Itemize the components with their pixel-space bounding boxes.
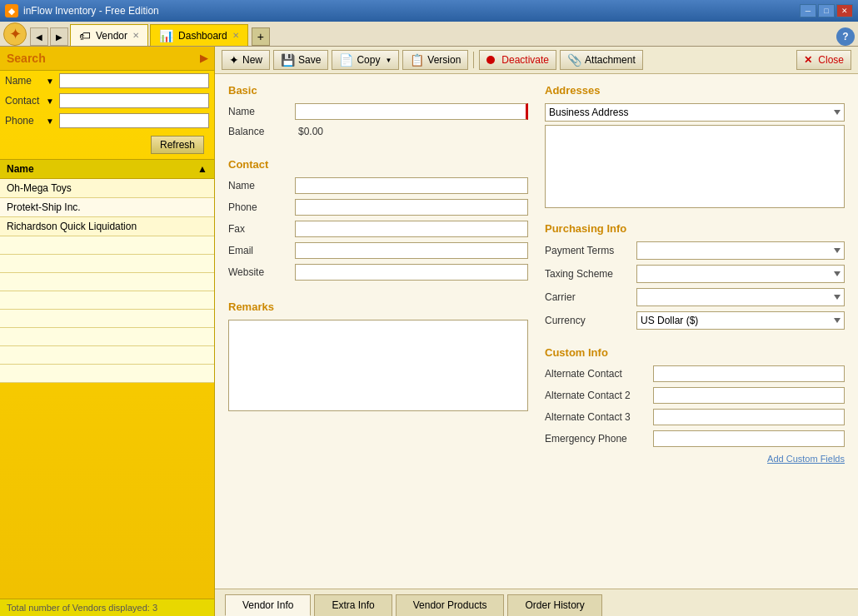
tab-dashboard[interactable]: 📊 Dashboard ✕ [150,24,248,46]
address-textarea[interactable] [545,125,845,208]
nav-back-button[interactable]: ◀ [30,27,48,46]
main-layout: Search ▶ Name ▼ Contact ▼ Phone ▼ Refres… [0,47,858,616]
basic-name-input[interactable] [295,103,528,120]
list-item-empty [0,255,214,273]
list-item[interactable]: Oh-Mega Toys [0,179,214,198]
search-contact-label: Contact [5,95,42,107]
currency-label: Currency [545,315,636,326]
close-window-button[interactable]: ✕ [836,4,853,17]
contact-website-label: Website [228,266,295,278]
tab-order-history[interactable]: Order History [507,594,601,616]
carrier-select[interactable] [636,288,845,306]
version-button[interactable]: 📋 Version [402,50,468,70]
addresses-title: Addresses [545,84,845,97]
search-name-row: Name ▼ [0,71,214,91]
contact-website-row: Website [228,264,528,281]
order-history-tab-label: Order History [525,599,584,611]
save-button[interactable]: 💾 Save [273,50,328,70]
attachment-button[interactable]: 📎 Attachment [560,50,643,70]
sidebar-header: Search ▶ [0,47,214,71]
sidebar-footer: Total number of Vendors displayed: 3 [0,599,214,616]
payment-terms-select[interactable] [636,241,845,260]
window-controls: ─ □ ✕ [800,4,853,17]
alt-contact3-label: Alternate Contact 3 [545,411,653,423]
contact-phone-row: Phone [228,199,528,216]
list-item[interactable]: Protekt-Ship Inc. [0,198,214,217]
list-sort-icon[interactable]: ▲ [197,163,207,175]
basic-balance-row: Balance $0.00 [228,125,528,138]
contact-phone-input[interactable] [295,199,528,216]
list-item-empty [0,365,214,383]
new-button[interactable]: ✦ New [222,50,270,70]
search-name-dropdown-icon[interactable]: ▼ [46,77,54,86]
search-phone-dropdown-icon[interactable]: ▼ [46,117,54,126]
vendor-tab-close[interactable]: ✕ [132,31,139,40]
taxing-scheme-label: Taxing Scheme [545,268,636,280]
vendor-tab-icon: 🏷 [79,29,91,42]
carrier-label: Carrier [545,291,636,303]
list-header: Name ▲ [0,159,214,179]
search-contact-input[interactable] [59,93,209,108]
search-phone-input[interactable] [59,113,209,128]
contact-section: Contact Name Phone Fax [228,158,528,281]
carrier-row: Carrier [545,288,845,306]
maximize-button[interactable]: □ [818,4,835,17]
remarks-title: Remarks [228,301,528,313]
copy-label: Copy [357,54,380,66]
contact-title: Contact [228,158,528,171]
alt-contact3-input[interactable] [653,409,845,425]
refresh-button[interactable]: Refresh [151,136,204,154]
contact-fax-label: Fax [228,223,295,235]
sidebar: Search ▶ Name ▼ Contact ▼ Phone ▼ Refres… [0,47,215,616]
contact-fax-input[interactable] [295,221,528,237]
form-area: Basic Name Balance $0.00 [215,74,858,589]
address-type-dropdown[interactable]: Business Address Shipping Address [545,103,845,122]
list-item[interactable]: Richardson Quick Liquidation [0,217,214,236]
emergency-phone-input[interactable] [653,430,845,447]
custom-section: Custom Info Alternate Contact Alternate … [545,346,845,465]
vendor-tab-label: Vendor [96,30,127,42]
contact-email-row: Email [228,242,528,259]
new-tab-button[interactable]: + [252,27,270,46]
vendor-products-tab-label: Vendor Products [413,599,487,611]
basic-balance-value: $0.00 [295,125,327,138]
tab-vendor-products[interactable]: Vendor Products [396,594,505,616]
app-logo-button[interactable]: ✦ [3,22,27,46]
dashboard-tab-icon: 📊 [159,29,173,42]
contact-name-input[interactable] [295,177,528,194]
search-name-input[interactable] [59,73,209,88]
taxing-scheme-select[interactable] [636,265,845,283]
vendor-name: Richardson Quick Liquidation [7,221,137,232]
contact-email-label: Email [228,245,295,256]
contact-website-input[interactable] [295,264,528,281]
contact-email-input[interactable] [295,242,528,259]
minimize-button[interactable]: ─ [800,4,816,17]
close-button[interactable]: ✕ Close [796,50,851,70]
add-custom-fields-link[interactable]: Add Custom Fields [545,452,845,465]
remarks-input[interactable] [228,320,528,411]
sidebar-expand-icon[interactable]: ▶ [200,52,207,64]
title-bar: ◆ inFlow Inventory - Free Edition ─ □ ✕ [0,0,858,22]
deactivate-button[interactable]: Deactivate [479,50,556,70]
help-button[interactable]: ? [836,27,855,46]
dashboard-tab-close[interactable]: ✕ [232,31,239,40]
addresses-section: Addresses Business Address Shipping Addr… [545,84,845,211]
tab-vendor-info[interactable]: Vendor Info [225,594,311,616]
tab-extra-info[interactable]: Extra Info [314,594,392,616]
vendor-info-tab-label: Vendor Info [242,599,293,611]
form-right-col: Addresses Business Address Shipping Addr… [545,84,845,465]
purchasing-title: Purchasing Info [545,222,845,235]
emergency-phone-label: Emergency Phone [545,433,653,445]
search-contact-dropdown-icon[interactable]: ▼ [46,97,54,106]
copy-dropdown-icon: ▼ [385,57,392,64]
app-icon: ◆ [5,4,18,17]
bottom-tab-bar: Vendor Info Extra Info Vendor Products O… [215,589,858,616]
alt-contact2-input[interactable] [653,387,845,404]
tab-vendor[interactable]: 🏷 Vendor ✕ [70,24,148,46]
currency-select[interactable]: US Dollar ($) [636,311,845,330]
deactivate-label: Deactivate [501,54,549,66]
copy-button[interactable]: 📄 Copy ▼ [332,50,399,70]
basic-name-label: Name [228,106,295,117]
nav-forward-button[interactable]: ▶ [50,27,68,46]
alt-contact-input[interactable] [653,365,845,382]
